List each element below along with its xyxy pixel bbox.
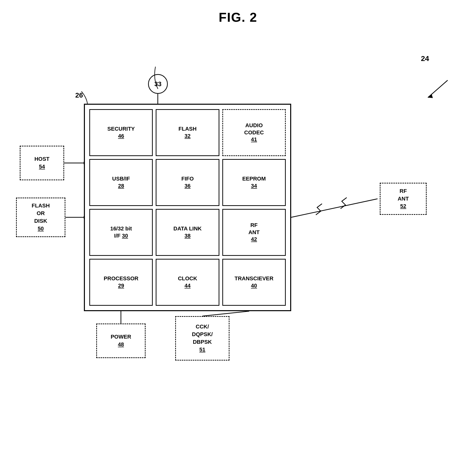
cell-eeprom: EEPROM 34 xyxy=(222,159,286,206)
cell-rf-ant-inner: RFANT 42 xyxy=(222,209,286,256)
box-flash-disk: FLASHORDISK 50 xyxy=(16,198,65,237)
diagram: 24 26 33 SECURITY 46 FLASH 32 xyxy=(0,30,476,466)
cell-security: SECURITY 46 xyxy=(89,109,153,156)
svg-line-8 xyxy=(202,311,249,316)
cell-flash: FLASH 32 xyxy=(156,109,219,156)
cell-clock: CLOCK 44 xyxy=(156,259,219,306)
box-cck: CCK/DQPSK/DBPSK 51 xyxy=(175,316,229,361)
box-power: POWER 48 xyxy=(96,324,146,358)
ref-33-line xyxy=(138,64,175,91)
ref-24: 24 xyxy=(421,54,429,63)
cell-usb-if: USB/IF 28 xyxy=(89,159,153,206)
chip-grid: SECURITY 46 FLASH 32 AUDIOCODEC 41 USB/I… xyxy=(85,105,290,310)
box-rf-ant: RFANT 52 xyxy=(380,183,427,215)
svg-marker-1 xyxy=(428,94,433,98)
cell-processor: PROCESSOR 29 xyxy=(89,259,153,306)
chip-box: SECURITY 46 FLASH 32 AUDIOCODEC 41 USB/I… xyxy=(84,104,291,311)
cell-fifo: FIFO 36 xyxy=(156,159,219,206)
cell-16-32bit: 16/32 bitI/F 30 xyxy=(89,209,153,256)
cell-data-link: DATA LINK 38 xyxy=(156,209,219,256)
line-33-connector xyxy=(157,94,158,104)
arrow-24-icon xyxy=(420,78,453,102)
cell-transciever: TRANSCIEVER 40 xyxy=(222,259,286,306)
page-title: FIG. 2 xyxy=(0,0,476,27)
cell-audio-codec: AUDIOCODEC 41 xyxy=(222,109,286,156)
box-host: HOST 54 xyxy=(20,146,64,180)
svg-line-6 xyxy=(291,199,378,217)
